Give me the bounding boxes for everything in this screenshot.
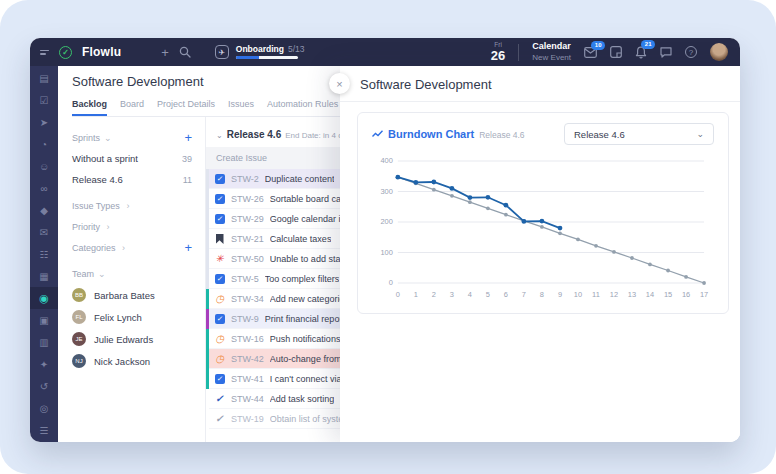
issue-key: STW-41 xyxy=(231,374,264,384)
svg-text:12: 12 xyxy=(610,290,618,299)
improvement-icon xyxy=(215,334,224,344)
burndown-chart-card: Burndown Chart Release 4.6 Release 4.6 ⌄… xyxy=(357,112,729,314)
add-icon[interactable]: + xyxy=(161,46,169,59)
chevron-right-icon: › xyxy=(126,201,129,211)
calendar-title: Calendar xyxy=(532,41,571,52)
svg-text:300: 300 xyxy=(380,187,392,196)
add-category-button[interactable]: + xyxy=(184,241,192,254)
tasks-icon[interactable]: ☑ xyxy=(30,89,58,111)
issue-key: STW-50 xyxy=(231,254,264,264)
date-widget[interactable]: Fri 26 xyxy=(491,42,505,62)
add-sprint-button[interactable]: + xyxy=(184,131,192,144)
project-tab[interactable]: Project Details xyxy=(157,96,215,116)
history-icon[interactable]: ↺ xyxy=(30,375,58,397)
member-avatar: FL xyxy=(72,310,86,324)
users-icon[interactable]: ☰ xyxy=(30,419,58,441)
calendar-widget[interactable]: Calendar New Event xyxy=(532,41,571,62)
knowledge-icon[interactable]: ▦ xyxy=(30,265,58,287)
notifications-bell-icon[interactable]: 21 xyxy=(635,46,647,59)
issue-types-section[interactable]: Issue Types › xyxy=(72,195,192,216)
team-section-header[interactable]: Team⌄ xyxy=(72,263,192,284)
close-icon[interactable]: × xyxy=(329,73,350,94)
issue-key: STW-21 xyxy=(231,234,264,244)
contacts-icon[interactable]: ☺ xyxy=(30,155,58,177)
onboarding-label: Onboarding xyxy=(236,45,284,54)
release-dropdown[interactable]: Release 4.6 ⌄ xyxy=(564,123,714,145)
team-member-item[interactable]: JE Julie Edwards xyxy=(72,328,192,350)
svg-text:1: 1 xyxy=(414,290,418,299)
svg-text:13: 13 xyxy=(628,290,636,299)
project-tab[interactable]: Issues xyxy=(228,96,254,116)
svg-text:16: 16 xyxy=(682,290,690,299)
detail-panel-title: Software Development xyxy=(360,77,720,92)
chevron-right-icon: › xyxy=(122,243,125,253)
launch-icon[interactable]: ➤ xyxy=(30,111,58,133)
collapse-caret-icon[interactable]: ⌄ xyxy=(216,131,223,140)
mail-icon[interactable]: ✉ xyxy=(30,221,58,243)
svg-text:15: 15 xyxy=(664,290,672,299)
inbox-icon[interactable]: 10 xyxy=(584,47,597,58)
sprints-section-header[interactable]: Sprints⌄ + xyxy=(72,127,192,148)
flowlu-logo-icon[interactable]: ✓ xyxy=(59,46,72,59)
issue-title: Push notifications xyxy=(270,334,341,344)
sprint-count: 39 xyxy=(182,154,192,164)
svg-text:5: 5 xyxy=(486,290,490,299)
links-icon[interactable]: ∞ xyxy=(30,177,58,199)
release-dropdown-value: Release 4.6 xyxy=(574,129,625,140)
chart-subtitle: Release 4.6 xyxy=(479,130,524,140)
onboarding-rocket-icon: ✈ xyxy=(215,45,229,59)
team-member-item[interactable]: FL Felix Lynch xyxy=(72,306,192,328)
time-icon[interactable]: ◔ xyxy=(30,133,58,155)
improvement-icon xyxy=(215,354,224,364)
agile-icon[interactable]: ◉ xyxy=(30,287,58,309)
settings-icon[interactable]: ◎ xyxy=(30,397,58,419)
crm-icon[interactable]: ▤ xyxy=(30,67,58,89)
svg-text:100: 100 xyxy=(380,248,392,257)
onboarding-widget[interactable]: ✈ Onboarding 5/13 xyxy=(215,45,305,59)
user-avatar[interactable] xyxy=(710,43,728,61)
sprint-filter-item[interactable]: Without a sprint 39 xyxy=(72,148,192,169)
app-window: ✓ Flowlu + ✈ Onboarding 5/13 Fri xyxy=(30,38,740,442)
issue-key: STW-34 xyxy=(231,294,264,304)
svg-text:11: 11 xyxy=(592,290,600,299)
chevron-right-icon: › xyxy=(107,222,110,232)
done-check-icon xyxy=(215,394,223,404)
svg-text:0: 0 xyxy=(389,278,393,287)
team-member-item[interactable]: BB Barbara Bates xyxy=(72,284,192,306)
issue-key: STW-42 xyxy=(231,354,264,364)
project-tab[interactable]: Backlog xyxy=(72,96,107,116)
svg-text:200: 200 xyxy=(380,217,392,226)
modules-icon[interactable]: ▣ xyxy=(30,309,58,331)
inbox-badge: 10 xyxy=(591,41,605,50)
sprint-filter-item[interactable]: Release 4.6 11 xyxy=(72,169,192,190)
issue-key: STW-19 xyxy=(231,414,264,424)
notifications-badge: 21 xyxy=(641,40,655,49)
help-icon[interactable]: ? xyxy=(685,46,697,58)
search-icon[interactable] xyxy=(179,46,191,58)
brand-name[interactable]: Flowlu xyxy=(82,45,121,59)
member-avatar: BB xyxy=(72,288,86,302)
menu-icon[interactable] xyxy=(40,50,49,55)
svg-text:17: 17 xyxy=(700,290,708,299)
project-tab[interactable]: Board xyxy=(120,96,144,116)
issue-key: STW-5 xyxy=(231,274,259,284)
team-member-item[interactable]: NJ Nick Jackson xyxy=(72,350,192,372)
issue-key: STW-16 xyxy=(231,334,264,344)
team-icon[interactable]: ☷ xyxy=(30,243,58,265)
project-tab[interactable]: Automation Rules xyxy=(267,96,338,116)
issue-title: Add new categories xyxy=(270,294,349,304)
apps-icon[interactable]: ✦ xyxy=(30,353,58,375)
issue-title: Duplicate content xyxy=(265,174,335,184)
sprint-title: Release 4.6 xyxy=(227,129,282,140)
bug-icon xyxy=(215,254,223,264)
categories-section[interactable]: Categories › + xyxy=(72,237,192,258)
priority-section[interactable]: Priority › xyxy=(72,216,192,237)
notes-icon[interactable] xyxy=(610,46,622,58)
day-number: 26 xyxy=(491,49,505,62)
storage-icon[interactable]: ▥ xyxy=(30,331,58,353)
task-icon xyxy=(215,194,225,204)
chat-icon[interactable] xyxy=(660,46,672,58)
issue-key: STW-9 xyxy=(231,314,259,324)
finance-icon[interactable]: ◆ xyxy=(30,199,58,221)
task-icon xyxy=(215,214,225,224)
